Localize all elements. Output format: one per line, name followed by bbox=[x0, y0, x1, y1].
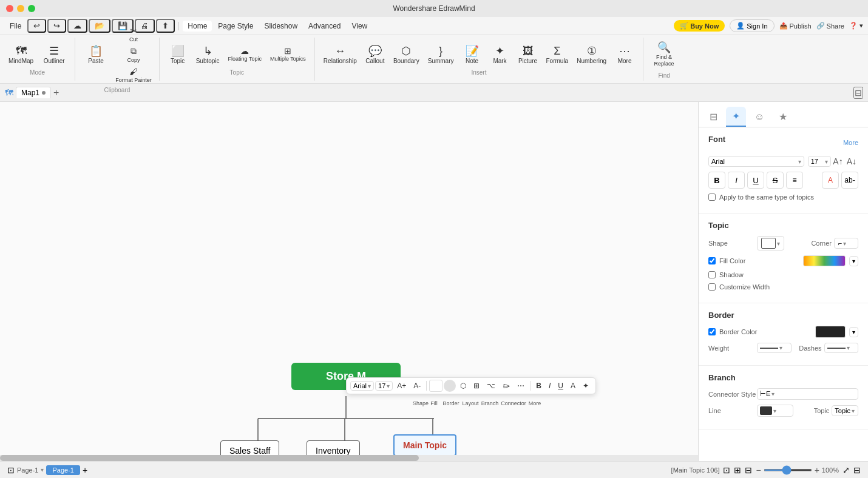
shadow-checkbox[interactable] bbox=[708, 271, 716, 278]
cut-button[interactable]: ✂ Cut bbox=[113, 25, 154, 44]
menu-slideshow[interactable]: Slideshow bbox=[259, 21, 302, 32]
menu-page-style[interactable]: Page Style bbox=[213, 21, 258, 32]
outliner-button[interactable]: ☰ Outliner bbox=[38, 43, 70, 67]
zoom-slider[interactable] bbox=[764, 469, 812, 471]
sidebar-toggle-button[interactable]: ⊡ bbox=[7, 465, 15, 475]
border-color-dropdown[interactable]: ▾ bbox=[849, 327, 858, 337]
formula-button[interactable]: Σ Formula bbox=[543, 43, 572, 67]
font-size-control[interactable]: 17 ▾ bbox=[808, 156, 832, 167]
inline-italic-button[interactable]: I bbox=[546, 380, 554, 391]
inline-shape-button[interactable] bbox=[429, 380, 442, 392]
main-topic-node[interactable]: Main Topic bbox=[393, 434, 456, 456]
zoom-in-button[interactable]: + bbox=[815, 465, 819, 475]
bold-button[interactable]: B bbox=[708, 172, 725, 189]
fit-view-button[interactable]: ⊟ bbox=[745, 465, 752, 475]
floating-topic-button[interactable]: ☁ Floating Topic bbox=[225, 44, 265, 65]
mark-button[interactable]: ✦ Mark bbox=[487, 43, 514, 67]
topic-button[interactable]: ⬜ Topic bbox=[164, 43, 191, 67]
inline-decrease-button[interactable]: A- bbox=[410, 380, 424, 391]
numbering-button[interactable]: ① Numbering bbox=[573, 43, 610, 67]
topic-branch-select[interactable]: Topic ▾ bbox=[832, 405, 858, 416]
fullscreen-button[interactable]: ⊞ bbox=[734, 465, 741, 475]
more-insert-button[interactable]: ⋯ More bbox=[611, 43, 638, 67]
fill-color-swatch[interactable] bbox=[803, 255, 846, 266]
panel-tab-format[interactable]: ⊟ bbox=[704, 107, 724, 127]
menu-home[interactable]: Home bbox=[183, 21, 212, 32]
border-color-swatch[interactable] bbox=[815, 326, 846, 338]
inline-underline-button[interactable]: U bbox=[555, 380, 566, 391]
grid-view-button[interactable]: ⊡ bbox=[723, 465, 730, 475]
line-color-select[interactable]: ▾ bbox=[757, 405, 793, 417]
canvas[interactable]: Store M Sales Staff Inventory Main Topic… bbox=[0, 102, 698, 461]
summary-button[interactable]: } Summary bbox=[424, 43, 458, 67]
minimize-button[interactable] bbox=[17, 5, 24, 12]
inline-more-button[interactable]: ⋯ bbox=[514, 380, 527, 391]
boundary-button[interactable]: ⬡ Boundary bbox=[390, 43, 423, 67]
menu-file[interactable]: File bbox=[5, 21, 26, 32]
format-painter-button[interactable]: 🖌 Format Painter bbox=[113, 66, 154, 84]
inline-font-selector[interactable]: Arial ▾ bbox=[350, 381, 374, 391]
inline-connector-button[interactable]: ⌲ bbox=[500, 380, 513, 391]
inline-highlight-button[interactable]: ✦ bbox=[580, 380, 592, 391]
text-color-button[interactable]: A bbox=[822, 172, 839, 189]
paste-button[interactable]: 📋 Paste bbox=[80, 43, 112, 67]
customize-width-checkbox[interactable] bbox=[708, 283, 716, 291]
maximize-button[interactable] bbox=[28, 5, 35, 12]
panel-tab-emoji[interactable]: ☺ bbox=[748, 107, 770, 127]
connector-style-select[interactable]: ⊢E ▾ bbox=[757, 388, 858, 400]
buy-now-button[interactable]: 🛒 Buy Now bbox=[674, 20, 725, 32]
share-button[interactable]: 🔗 Share bbox=[816, 22, 844, 30]
collapse-panel-button[interactable]: ⊟ bbox=[853, 87, 863, 99]
fill-color-checkbox[interactable] bbox=[708, 257, 716, 264]
callout-button[interactable]: 💬 Callout bbox=[362, 43, 388, 67]
mindmap-button[interactable]: 🗺 MindMap bbox=[5, 43, 37, 67]
inline-fill-button[interactable] bbox=[444, 380, 456, 392]
tab-map1[interactable]: Map1 bbox=[16, 87, 51, 98]
panel-tab-style[interactable]: ✦ bbox=[726, 107, 746, 127]
sign-in-button[interactable]: 👤 Sign In bbox=[730, 19, 774, 32]
collapse-sidebar-button[interactable]: ⊟ bbox=[853, 465, 861, 475]
add-tab-button[interactable]: + bbox=[53, 87, 59, 98]
h-scrollbar[interactable] bbox=[0, 455, 698, 461]
italic-button[interactable]: I bbox=[728, 172, 745, 189]
bg-color-button[interactable]: ab- bbox=[841, 172, 858, 189]
inline-font-size[interactable]: 17 ▾ bbox=[375, 381, 393, 391]
multiple-topics-button[interactable]: ⊞ Multiple Topics bbox=[266, 44, 310, 65]
border-color-checkbox[interactable] bbox=[708, 328, 716, 335]
apply-same-checkbox[interactable] bbox=[708, 194, 716, 201]
find-replace-button[interactable]: 🔍 Find &Replace bbox=[648, 39, 680, 70]
dashes-select[interactable]: ▾ bbox=[824, 343, 859, 353]
undo-button[interactable]: ↩ bbox=[27, 19, 46, 33]
panel-tab-star[interactable]: ★ bbox=[773, 107, 793, 127]
copy-button[interactable]: ⧉ Copy bbox=[113, 45, 154, 64]
underline-button[interactable]: U bbox=[747, 172, 764, 189]
note-button[interactable]: 📝 Note bbox=[459, 43, 486, 67]
corner-dropdown[interactable]: ⌐ ▾ bbox=[834, 238, 858, 249]
export-button[interactable]: ⬆ bbox=[156, 19, 175, 33]
font-family-select[interactable]: Arial ▾ bbox=[708, 156, 804, 167]
menu-advanced[interactable]: Advanced bbox=[303, 21, 345, 32]
redo-button[interactable]: ↪ bbox=[47, 19, 66, 33]
fill-color-dropdown[interactable]: ▾ bbox=[849, 256, 858, 266]
zoom-out-button[interactable]: − bbox=[756, 465, 761, 475]
align-button[interactable]: ≡ bbox=[786, 172, 803, 189]
add-page-button[interactable]: + bbox=[83, 465, 87, 475]
font-size-decrease[interactable]: A↓ bbox=[845, 156, 858, 167]
strikethrough-button[interactable]: S bbox=[767, 172, 784, 189]
inline-border-button[interactable]: ⬡ bbox=[457, 380, 469, 391]
weight-select[interactable]: ▾ bbox=[757, 343, 792, 353]
help-button[interactable]: ❓ ▾ bbox=[849, 22, 863, 30]
subtopic-button[interactable]: ↳ Subtopic bbox=[192, 43, 223, 67]
inline-text-color-button[interactable]: A bbox=[568, 380, 578, 391]
page-tab-active[interactable]: Page-1 bbox=[46, 465, 80, 475]
inline-increase-button[interactable]: A+ bbox=[394, 380, 409, 391]
relationship-button[interactable]: ↔ Relationship bbox=[320, 43, 361, 67]
close-button[interactable] bbox=[6, 5, 13, 12]
font-more-link[interactable]: More bbox=[843, 139, 858, 146]
inline-bold-button[interactable]: B bbox=[533, 380, 544, 391]
h-scrollbar-thumb[interactable] bbox=[0, 455, 419, 461]
expand-button[interactable]: ⤢ bbox=[843, 465, 850, 475]
menu-view[interactable]: View bbox=[347, 21, 372, 32]
window-controls[interactable] bbox=[6, 5, 35, 12]
publish-button[interactable]: 📤 Publish bbox=[779, 22, 812, 30]
